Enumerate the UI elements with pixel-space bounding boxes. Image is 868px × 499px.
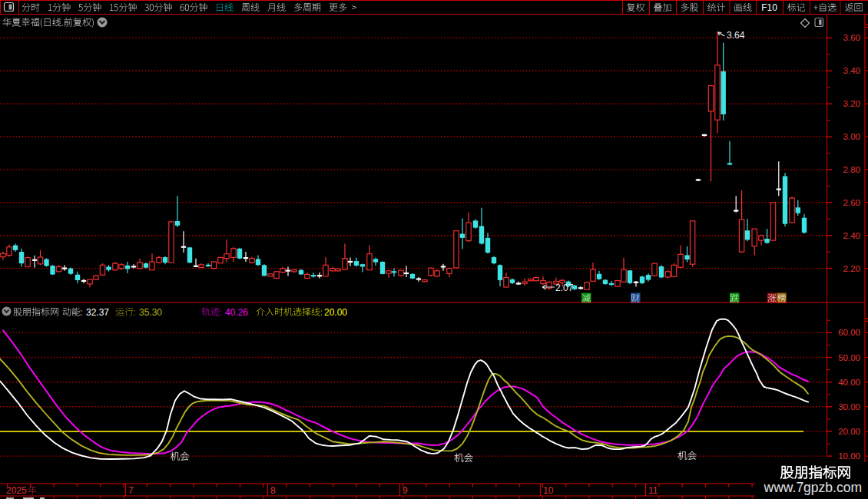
svg-text:20.00: 20.00: [324, 307, 347, 318]
svg-text:30.00: 30.00: [838, 402, 860, 411]
svg-text:3.20: 3.20: [843, 99, 860, 108]
svg-text:35.30: 35.30: [139, 307, 162, 318]
svg-text:3.60: 3.60: [843, 33, 860, 42]
svg-text:50.00: 50.00: [838, 353, 860, 362]
svg-text:2.20: 2.20: [843, 264, 860, 273]
svg-text:3.64: 3.64: [727, 30, 745, 41]
svg-text:2.60: 2.60: [843, 198, 860, 207]
svg-text:32.37: 32.37: [86, 307, 109, 318]
svg-text:40.26: 40.26: [225, 307, 248, 318]
svg-text:3.40: 3.40: [843, 66, 860, 75]
svg-text:20.00: 20.00: [838, 427, 860, 436]
svg-text:2.40: 2.40: [843, 231, 860, 240]
svg-text:60.00: 60.00: [838, 328, 860, 337]
svg-text:www.7gpzb.com: www.7gpzb.com: [764, 480, 862, 495]
svg-text:2.07: 2.07: [555, 283, 574, 293]
svg-text:11: 11: [648, 485, 658, 496]
svg-text:10.00: 10.00: [838, 451, 860, 461]
svg-text:7: 7: [128, 485, 134, 496]
svg-text:40.00: 40.00: [838, 378, 860, 387]
svg-text:2.80: 2.80: [843, 165, 860, 174]
svg-text:2025: 2025: [6, 485, 27, 496]
svg-text:10: 10: [543, 485, 554, 496]
svg-text:3.00: 3.00: [843, 132, 860, 141]
svg-text:F10: F10: [761, 2, 777, 13]
svg-text:8: 8: [270, 485, 276, 496]
svg-text:9: 9: [403, 485, 408, 496]
